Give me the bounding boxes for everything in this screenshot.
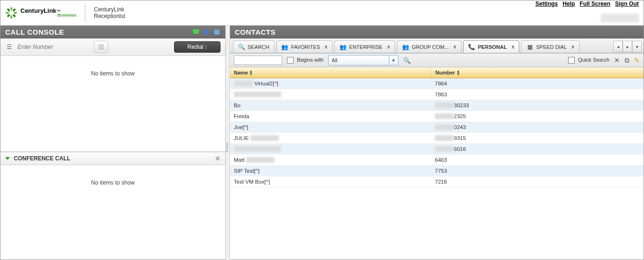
speed-dial-icon: ▦: [526, 44, 533, 50]
table-row[interactable]: Bo30233: [230, 100, 644, 111]
svg-rect-2: [6, 12, 9, 14]
begins-with-wrap[interactable]: Begins with: [287, 57, 323, 64]
transfer-icon[interactable]: ☎: [192, 28, 200, 35]
filter-bar: Begins with All ▾ 🔍 Quick Search ✕ ⧉ ✎: [230, 53, 644, 67]
chevron-down-icon: [5, 157, 10, 160]
clear-filter-icon[interactable]: ✕: [614, 56, 620, 64]
column-header-number[interactable]: Number ▴▾: [432, 67, 644, 78]
app-title: CenturyLink Receptionist: [94, 6, 125, 20]
table-row[interactable]: JULIE 9315: [230, 133, 644, 144]
redacted-text: [250, 135, 279, 141]
column-number-label: Number: [435, 70, 455, 75]
search-icon: 🔍: [238, 44, 245, 50]
tab-favorites[interactable]: 👥 FAVORITES x: [276, 40, 332, 53]
splitter-handle[interactable]: [226, 26, 230, 260]
filter-field-value: All: [331, 57, 337, 63]
app-title-line2: Receptionist: [94, 13, 125, 19]
table-row[interactable]: Test VM Box[^]7216: [230, 176, 644, 187]
cell-name: [230, 146, 431, 152]
quick-search-wrap[interactable]: Quick Search: [568, 57, 609, 64]
svg-rect-1: [10, 15, 12, 19]
cell-number: 2325: [431, 113, 644, 120]
sort-indicator-icon: ▴▾: [250, 70, 252, 76]
cell-number: 7863: [431, 92, 644, 97]
conference-empty: No items to show: [0, 165, 225, 186]
cell-name: Test VM Box[^]: [230, 179, 431, 185]
table-body: Virtual2[^]78647863Bo30233Freida2325Joe[…: [230, 78, 644, 260]
filter-input[interactable]: [234, 56, 282, 65]
top-header: CenturyLink™ Business CenturyLink Recept…: [0, 0, 644, 26]
begins-with-checkbox[interactable]: [287, 57, 294, 64]
tab-group-common[interactable]: 👥 GROUP COM... x: [397, 40, 461, 53]
left-column: CALL CONSOLE ☎ ▤ ▦ ☰: [0, 26, 226, 260]
cell-number: 6016: [431, 146, 644, 152]
dial-row: ☰ Redial │: [0, 38, 225, 56]
conference-header[interactable]: CONFERENCE CALL ✕: [0, 152, 225, 165]
tab-speed-dial-label: SPEED DIAL: [536, 44, 567, 50]
link-full-screen[interactable]: Full Screen: [580, 0, 610, 7]
history-icon[interactable]: ▤: [202, 28, 210, 35]
enter-number-input[interactable]: [17, 43, 90, 51]
redacted-text: [435, 113, 454, 119]
popout-icon[interactable]: ⧉: [625, 56, 629, 65]
dialpad-button[interactable]: [94, 41, 108, 53]
tab-favorites-close-icon[interactable]: x: [325, 44, 328, 49]
tab-personal[interactable]: 📞 PERSONAL x: [463, 40, 520, 53]
tab-enterprise-close-icon[interactable]: x: [387, 44, 390, 49]
svg-point-10: [102, 45, 104, 46]
cell-name: [230, 92, 431, 98]
begins-with-label: Begins with: [297, 57, 323, 63]
sort-indicator-icon: ▴▾: [457, 70, 460, 76]
cell-name: Joe[^]: [230, 124, 431, 130]
user-name-redacted: [601, 14, 639, 22]
quick-search-checkbox[interactable]: [568, 57, 575, 64]
svg-point-16: [102, 48, 104, 50]
filter-field-select[interactable]: All ▾: [328, 55, 398, 65]
table-row[interactable]: 6016: [230, 144, 644, 155]
call-console-body: No items to show: [0, 56, 225, 152]
favorites-icon: 👥: [282, 44, 288, 50]
tab-group-close-icon[interactable]: x: [453, 44, 456, 49]
tab-dropdown[interactable]: ▾: [632, 41, 642, 52]
number-list-icon[interactable]: ☰: [5, 43, 13, 51]
svg-rect-0: [10, 7, 12, 10]
table-row[interactable]: Matt 6403: [230, 155, 644, 166]
tab-enterprise[interactable]: 👥 ENTERPRISE x: [334, 40, 395, 53]
tab-search[interactable]: 🔍 SEARCH: [233, 40, 275, 53]
svg-point-8: [99, 45, 100, 46]
tab-scroll-right[interactable]: ▸: [623, 41, 632, 52]
redacted-text: [234, 146, 281, 152]
brand-sub: Business: [57, 13, 76, 18]
cell-name: SIP Test[^]: [230, 168, 431, 174]
table-row[interactable]: Joe[^]0243: [230, 122, 644, 133]
personal-icon: 📞: [469, 44, 475, 50]
redacted-text: [234, 92, 281, 97]
link-settings[interactable]: Settings: [535, 0, 558, 7]
tab-scroll-left[interactable]: ◂: [613, 41, 623, 52]
redacted-text: [435, 124, 454, 130]
edit-icon[interactable]: ✎: [634, 56, 640, 64]
table-row[interactable]: Virtual2[^]7864: [230, 78, 644, 89]
tab-speed-dial-close-icon[interactable]: x: [571, 44, 574, 49]
link-sign-out[interactable]: Sign Out: [615, 0, 639, 7]
svg-rect-4: [12, 8, 16, 11]
svg-point-15: [101, 48, 102, 50]
redial-button[interactable]: Redial │: [174, 41, 221, 53]
link-help[interactable]: Help: [562, 0, 575, 7]
brand-name: CenturyLink: [20, 7, 56, 14]
tab-personal-close-icon[interactable]: x: [512, 44, 515, 49]
tab-speed-dial[interactable]: ▦ SPEED DIAL x: [521, 40, 579, 53]
conference-close-icon[interactable]: ✕: [215, 155, 221, 162]
table-row[interactable]: SIP Test[^]7753: [230, 166, 644, 176]
filter-search-icon[interactable]: 🔍: [403, 57, 411, 64]
tab-scroll-controls: ◂ ▸ ▾: [613, 38, 644, 53]
logo-icon: [5, 7, 18, 19]
notes-icon[interactable]: ▦: [213, 28, 221, 35]
table-row[interactable]: 7863: [230, 89, 644, 100]
tab-search-label: SEARCH: [248, 44, 269, 50]
brand-logo: CenturyLink™ Business CenturyLink Recept…: [0, 4, 125, 22]
cell-name: Bo: [230, 102, 431, 108]
tab-personal-label: PERSONAL: [478, 44, 507, 50]
column-header-name[interactable]: Name ▴▾: [230, 67, 432, 78]
table-row[interactable]: Freida2325: [230, 111, 644, 122]
